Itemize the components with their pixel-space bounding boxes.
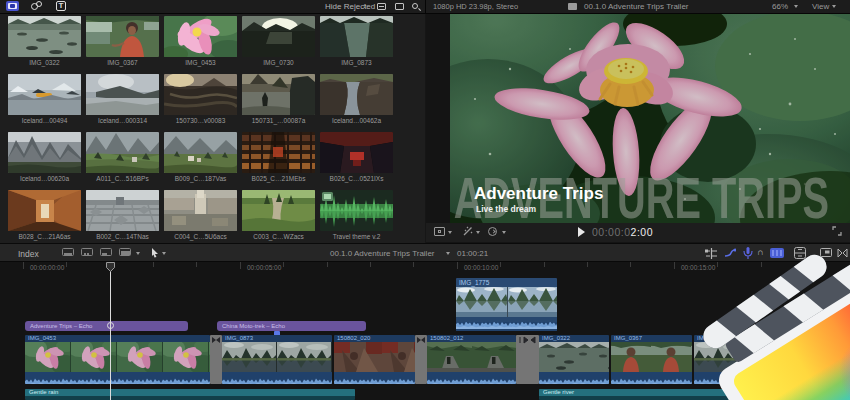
svg-text:Adventure Trips: Adventure Trips (474, 184, 603, 203)
svg-text:Live the dream: Live the dream (476, 204, 536, 214)
